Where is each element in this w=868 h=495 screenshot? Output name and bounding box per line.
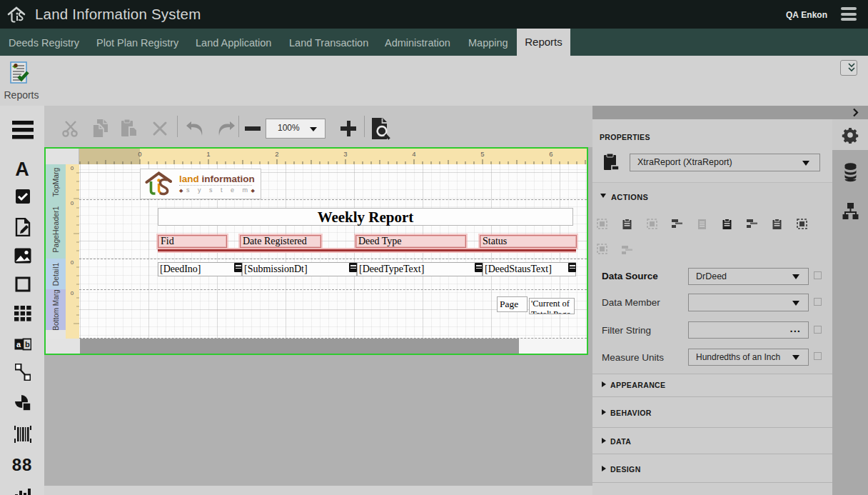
- svg-text:0: 0: [71, 290, 74, 296]
- svg-text:a: a: [16, 340, 21, 349]
- svg-text:b: b: [25, 340, 30, 349]
- svg-text:0: 0: [71, 165, 74, 171]
- svg-text:0: 0: [71, 259, 74, 266]
- svg-text:0: 0: [71, 200, 74, 206]
